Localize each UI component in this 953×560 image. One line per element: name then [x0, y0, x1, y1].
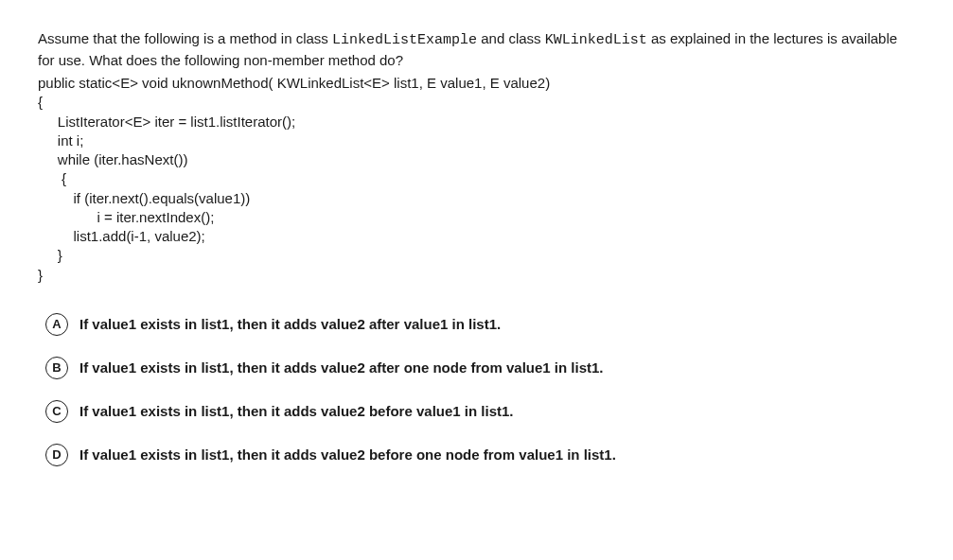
code-class2: KWLinkedList	[545, 32, 647, 48]
option-a[interactable]: A If value1 exists in list1, then it add…	[45, 313, 915, 336]
option-c[interactable]: C If value1 exists in list1, then it add…	[45, 400, 915, 423]
option-text: If value1 exists in list1, then it adds …	[79, 314, 501, 334]
option-text: If value1 exists in list1, then it adds …	[79, 358, 604, 377]
option-letter: D	[45, 444, 68, 466]
option-letter: C	[45, 400, 68, 423]
option-letter: B	[45, 357, 68, 379]
option-text: If value1 exists in list1, then it adds …	[79, 445, 616, 464]
question-prompt: Assume that the following is a method in…	[38, 28, 915, 70]
option-letter: A	[45, 313, 68, 336]
option-b[interactable]: B If value1 exists in list1, then it add…	[45, 357, 915, 379]
option-text: If value1 exists in list1, then it adds …	[79, 401, 514, 421]
option-d[interactable]: D If value1 exists in list1, then it add…	[45, 444, 915, 466]
question-intro-mid1: and class	[477, 30, 545, 46]
options-list: A If value1 exists in list1, then it add…	[45, 313, 915, 466]
code-class1: LinkedListExample	[332, 32, 477, 48]
code-block: public static<E> void uknownMethod( KWLi…	[38, 74, 915, 285]
question-intro-pre: Assume that the following is a method in…	[38, 30, 332, 46]
